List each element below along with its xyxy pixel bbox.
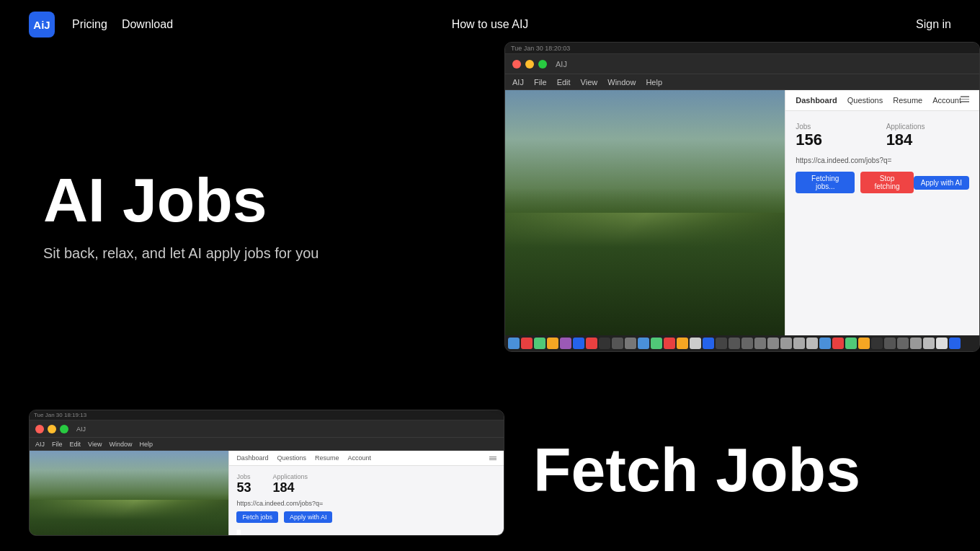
second-max-btn[interactable]	[60, 425, 68, 433]
menu-file[interactable]: File	[534, 78, 547, 87]
window-title: AIJ	[556, 60, 567, 69]
apps-label: Applications	[886, 123, 969, 131]
dock-icon-aij	[703, 338, 714, 349]
nav-links-left: Pricing Download	[72, 18, 173, 31]
dock-icon-35	[949, 338, 961, 349]
hamburger-icon[interactable]	[961, 96, 969, 102]
second-hamburger[interactable]	[489, 457, 496, 460]
second-close-btn[interactable]	[35, 425, 44, 433]
second-menu-aij[interactable]: AIJ	[35, 441, 45, 448]
mac-titlebar-1: AIJ	[505, 54, 979, 74]
tab-resume[interactable]: Resume	[893, 96, 922, 105]
window-minimize-btn[interactable]	[525, 60, 534, 69]
second-tab-dashboard[interactable]: Dashboard	[236, 454, 268, 462]
hero-section: AI Jobs Sit back, relax, and let AI appl…	[0, 49, 980, 395]
tab-questions[interactable]: Questions	[847, 96, 883, 105]
dock-icon-31	[897, 338, 909, 349]
tab-dashboard[interactable]: Dashboard	[796, 96, 837, 105]
url-bar-1: https://ca.indeed.com/jobs?q=	[785, 157, 979, 172]
dock-icon-32	[910, 338, 922, 349]
dock-icon-5	[560, 338, 571, 349]
dock-icon-26	[832, 338, 844, 349]
second-menu-edit[interactable]: Edit	[70, 441, 81, 448]
second-stats: Jobs 53 Applications 184	[229, 466, 504, 500]
dock-icon-15	[690, 338, 701, 349]
menu-aij[interactable]: AIJ	[512, 78, 524, 87]
stats-area-1: Jobs 156 Applications 184	[785, 111, 979, 157]
app-window-2: Tue Jan 30 18:19:13 AIJ AIJ File Edit Vi…	[29, 410, 504, 536]
menu-view[interactable]: View	[581, 78, 598, 87]
fetch-jobs-btn[interactable]: Fetching jobs...	[796, 172, 855, 193]
menu-edit[interactable]: Edit	[557, 78, 571, 87]
nav-center: How to use AIJ	[452, 18, 529, 31]
nature-bg-1	[505, 90, 790, 335]
second-topbar-time: Tue Jan 30 18:19:13	[34, 412, 86, 418]
second-section: Tue Jan 30 18:19:13 AIJ AIJ File Edit Vi…	[0, 410, 980, 536]
dock-icon-8	[599, 338, 610, 349]
hero-text: AI Jobs Sit back, relax, and let AI appl…	[43, 169, 318, 262]
menu-help[interactable]: Help	[646, 78, 662, 87]
dock-icon-30	[884, 338, 896, 349]
logo-icon: AiJ	[29, 12, 55, 38]
second-apps-stat: Applications 184	[272, 473, 308, 495]
apps-value: 184	[886, 131, 969, 149]
second-menu-help[interactable]: Help	[139, 441, 153, 448]
dock-icon-1	[508, 338, 520, 349]
mac-dock-1	[505, 335, 979, 351]
dock-icon-19	[741, 338, 753, 349]
logo-wrap[interactable]: AiJ	[29, 12, 55, 38]
second-menu-window[interactable]: Window	[109, 441, 132, 448]
window-maximize-btn[interactable]	[538, 60, 547, 69]
second-jobs-label: Jobs	[236, 473, 251, 480]
action-buttons-1: Fetching jobs... Stop fetching Apply wit…	[785, 172, 979, 193]
second-nature-bg	[30, 451, 233, 536]
dock-icon-13	[664, 338, 675, 349]
second-content: Dashboard Questions Resume Account	[30, 451, 504, 536]
jobs-stat: Jobs 156	[796, 123, 878, 149]
second-apps-label: Applications	[272, 473, 308, 480]
second-url: https://ca.indeed.com/jobs?q=	[229, 500, 504, 511]
dock-icon-9	[612, 338, 623, 349]
nav-how-to-use[interactable]: How to use AIJ	[452, 18, 529, 30]
dock-icon-23	[793, 338, 805, 349]
menu-window[interactable]: Window	[607, 78, 636, 87]
second-fetch-btn[interactable]: Fetch jobs	[236, 511, 278, 523]
tab-account[interactable]: Account	[932, 96, 961, 105]
dock-icon-3	[534, 338, 545, 349]
nav-download[interactable]: Download	[122, 18, 173, 31]
second-titlebar: AIJ	[30, 420, 504, 438]
dock-icon-6	[573, 338, 584, 349]
second-screenshot: Tue Jan 30 18:19:13 AIJ AIJ File Edit Vi…	[29, 410, 504, 536]
dock-icon-25	[819, 338, 831, 349]
second-panel-nav: Dashboard Questions Resume Account	[229, 451, 504, 466]
nav-right: Sign in	[916, 18, 951, 31]
second-menu-file[interactable]: File	[52, 441, 63, 448]
second-tab-account[interactable]: Account	[347, 454, 371, 462]
stop-fetching-btn[interactable]: Stop fetching	[860, 172, 913, 193]
dock-icon-21	[767, 338, 779, 349]
second-min-btn[interactable]	[48, 425, 56, 433]
apply-ai-btn[interactable]: Apply with AI	[914, 176, 969, 190]
window-close-btn[interactable]	[512, 60, 521, 69]
second-section-text: Fetch Jobs	[533, 410, 951, 501]
dock-icon-10	[625, 338, 636, 349]
second-btns: Fetch jobs Apply with AI	[229, 511, 504, 523]
dock-icon-2	[521, 338, 533, 349]
second-apply-btn[interactable]: Apply with AI	[284, 511, 333, 523]
second-tab-questions[interactable]: Questions	[277, 454, 306, 462]
app-panel-1: Dashboard Questions Resume Account	[785, 90, 979, 335]
hero-title: AI Jobs	[43, 169, 318, 231]
dock-icon-22	[780, 338, 792, 349]
nav-sign-in[interactable]: Sign in	[916, 18, 951, 30]
dock-icon-7	[586, 338, 597, 349]
cursor-position: ▌	[229, 523, 504, 536]
panel-nav-1: Dashboard Questions Resume Account	[785, 90, 979, 111]
second-menu-view[interactable]: View	[88, 441, 102, 448]
apps-stat: Applications 184	[886, 123, 969, 149]
nav-pricing[interactable]: Pricing	[72, 18, 107, 31]
dock-icon-33	[923, 338, 935, 349]
dock-icon-17	[716, 338, 727, 349]
mac-content-1: Dashboard Questions Resume Account	[505, 90, 979, 335]
second-panel: Dashboard Questions Resume Account	[228, 451, 504, 536]
second-tab-resume[interactable]: Resume	[315, 454, 339, 462]
